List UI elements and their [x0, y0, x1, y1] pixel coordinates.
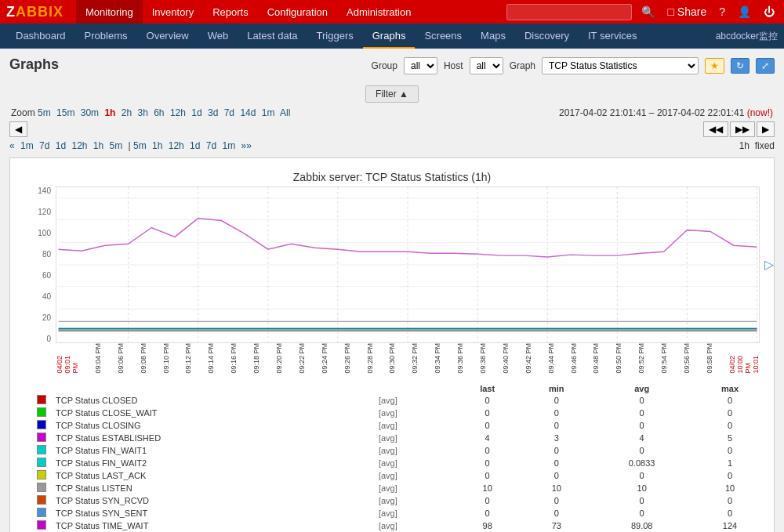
user-display: abcdocker监控	[716, 30, 778, 43]
x-label-0938: 09:38 PM	[479, 343, 487, 374]
period-7d-right[interactable]: 7d	[206, 140, 216, 151]
page-title: Graphs	[9, 56, 59, 73]
search-input[interactable]	[506, 4, 632, 20]
legend-row-9: TCP Status SYN_SENT [avg] 0 0 0 0	[32, 507, 768, 519]
period-1m-right[interactable]: 1m	[223, 140, 236, 151]
x-label-0930: 09:30 PM	[388, 343, 396, 374]
x-label-0918: 09:18 PM	[252, 343, 260, 374]
next-button[interactable]: ▶	[757, 121, 775, 137]
zoom-3d[interactable]: 3d	[208, 107, 218, 118]
x-label-0914: 09:14 PM	[207, 343, 215, 374]
tab-overview[interactable]: Overview	[137, 24, 198, 49]
tab-dashboard[interactable]: Dashboard	[6, 24, 75, 49]
share-icon[interactable]: □ Share	[664, 5, 710, 18]
zoom-6h[interactable]: 6h	[154, 107, 164, 118]
legend-row-1: TCP Status CLOSE_WAIT [avg] 0 0 0 0	[32, 407, 768, 419]
x-label-0936: 09:36 PM	[456, 343, 464, 374]
help-icon[interactable]: ?	[716, 5, 728, 18]
step-back-button[interactable]: ◀◀	[703, 121, 728, 137]
nav-administration[interactable]: Administration	[337, 0, 420, 24]
tab-it-services[interactable]: IT services	[579, 24, 647, 49]
tab-latest-data[interactable]: Latest data	[238, 24, 307, 49]
x-label-0932: 09:32 PM	[411, 343, 419, 374]
tab-web[interactable]: Web	[198, 24, 238, 49]
period-1h-left[interactable]: 1h	[93, 140, 103, 151]
zoom-3h[interactable]: 3h	[137, 107, 147, 118]
favorite-button[interactable]: ★	[705, 58, 724, 74]
group-select[interactable]: all	[404, 57, 437, 74]
refresh-button[interactable]: ↻	[731, 58, 750, 74]
period-5m-right[interactable]: 5m	[133, 140, 147, 151]
side-scroll-indicator[interactable]: ▷	[764, 257, 774, 272]
legend-color-7	[37, 483, 46, 492]
x-label-0912: 09:12 PM	[184, 343, 192, 374]
x-label-0916: 09:16 PM	[230, 343, 238, 374]
period-prev-1m[interactable]: «	[9, 140, 15, 151]
group-label: Group	[372, 60, 397, 71]
tab-discovery[interactable]: Discovery	[515, 24, 579, 49]
period-7d-left[interactable]: 7d	[39, 140, 49, 151]
nav-inventory[interactable]: Inventory	[143, 0, 203, 24]
prev-button[interactable]: ◀	[9, 121, 27, 137]
period-12h-right[interactable]: 12h	[169, 140, 184, 151]
host-select[interactable]: all	[470, 57, 503, 74]
legend-table: last min avg max TCP Status CLOSED [avg]…	[32, 383, 768, 532]
x-label-0958: 09:58 PM	[706, 343, 713, 374]
legend-color-2	[37, 420, 46, 429]
power-icon[interactable]: ⏻	[760, 5, 778, 18]
tab-screens[interactable]: Screens	[415, 24, 471, 49]
time-range: 2017-04-02 21:01:41 – 2017-04-02 22:01:4…	[559, 107, 773, 118]
legend-color-5	[37, 458, 46, 467]
period-1d-left[interactable]: 1d	[56, 140, 66, 151]
user-icon[interactable]: 👤	[735, 5, 754, 18]
x-label-0928: 09:28 PM	[366, 343, 374, 374]
search-icon[interactable]: 🔍	[638, 5, 658, 18]
zoom-7d[interactable]: 7d	[224, 107, 234, 118]
legend-row-2: TCP Status CLOSING [avg] 0 0 0 0	[32, 419, 768, 432]
x-label-0952: 09:52 PM	[637, 343, 645, 374]
tab-triggers[interactable]: Triggers	[307, 24, 363, 49]
x-label-0954: 09:54 PM	[660, 343, 668, 374]
period-1m-left[interactable]: 1m	[20, 140, 34, 151]
period-1d-right[interactable]: 1d	[190, 140, 200, 151]
zoom-all[interactable]: All	[280, 107, 290, 118]
x-label-0906: 09:06 PM	[117, 343, 125, 374]
legend-color-6	[37, 470, 46, 480]
legend-color-10	[37, 520, 46, 530]
x-label-last: 04/0210:00PM10:01	[728, 343, 760, 374]
period-5m-left[interactable]: 5m	[110, 140, 123, 151]
filter-toggle-bar: Filter ▲	[9, 85, 775, 103]
zoom-1m[interactable]: 1m	[262, 107, 275, 118]
period-next-1m[interactable]: »»	[241, 140, 252, 151]
filter-toggle[interactable]: Filter ▲	[365, 85, 419, 103]
tab-problems[interactable]: Problems	[75, 24, 137, 49]
tab-graphs[interactable]: Graphs	[363, 24, 416, 49]
zoom-1h[interactable]: 1h	[104, 107, 115, 118]
zoom-1d[interactable]: 1d	[191, 107, 201, 118]
x-label-0950: 09:50 PM	[615, 343, 622, 374]
tab-maps[interactable]: Maps	[471, 24, 515, 49]
zoom-5m[interactable]: 5m	[38, 107, 51, 118]
period-1h-right[interactable]: 1h	[152, 140, 162, 151]
zoom-15m[interactable]: 15m	[56, 107, 74, 118]
x-label-0948: 09:48 PM	[592, 343, 600, 374]
legend-color-8	[37, 495, 46, 505]
period-right: 1h fixed	[739, 140, 775, 151]
x-label-0904: 09:04 PM	[94, 343, 102, 374]
x-label-0934: 09:34 PM	[434, 343, 441, 374]
step-forward-button[interactable]: ▶▶	[730, 121, 755, 137]
tab-bar: Dashboard Problems Overview Web Latest d…	[0, 24, 784, 49]
expand-button[interactable]: ⤢	[756, 58, 775, 74]
zoom-12h[interactable]: 12h	[170, 107, 186, 118]
period-12h-left[interactable]: 12h	[71, 140, 87, 151]
arrow-group-right: ◀◀ ▶▶ ▶	[703, 121, 775, 137]
zoom-30m[interactable]: 30m	[81, 107, 99, 118]
legend-color-0	[37, 395, 46, 404]
graph-select[interactable]: TCP Status Statistics	[542, 57, 699, 74]
zoom-14d[interactable]: 14d	[240, 107, 256, 118]
nav-configuration[interactable]: Configuration	[258, 0, 337, 24]
nav-monitoring[interactable]: Monitoring	[76, 0, 143, 24]
nav-reports[interactable]: Reports	[203, 0, 258, 24]
x-label-0920: 09:20 PM	[275, 343, 283, 374]
zoom-2h[interactable]: 2h	[122, 107, 132, 118]
